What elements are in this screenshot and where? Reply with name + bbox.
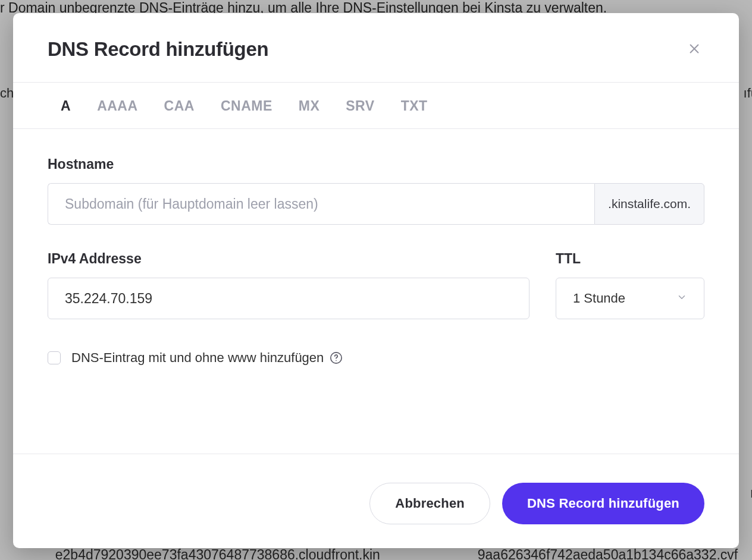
- close-button[interactable]: [684, 39, 704, 61]
- www-checkbox-label: DNS-Eintrag mit und ohne www hinzufügen: [71, 350, 343, 366]
- tab-txt[interactable]: TXT: [401, 98, 428, 114]
- www-checkbox[interactable]: [48, 351, 61, 364]
- hostname-input[interactable]: [48, 183, 594, 225]
- modal-body: Hostname .kinstalife.com. IPv4 Addresse …: [13, 129, 739, 454]
- hostname-group: .kinstalife.com.: [48, 183, 704, 225]
- svg-point-3: [336, 360, 337, 361]
- help-icon[interactable]: [330, 351, 343, 364]
- www-checkbox-text: DNS-Eintrag mit und ohne www hinzufügen: [71, 350, 324, 366]
- tab-cname[interactable]: CNAME: [221, 98, 272, 114]
- www-checkbox-row: DNS-Eintrag mit und ohne www hinzufügen: [48, 350, 704, 366]
- record-type-tabs: A AAAA CAA CNAME MX SRV TXT: [13, 83, 739, 129]
- ttl-label: TTL: [556, 251, 704, 267]
- hostname-label: Hostname: [48, 156, 704, 172]
- ipv4-input[interactable]: [48, 278, 529, 319]
- ttl-select[interactable]: 1 Stunde: [556, 278, 704, 319]
- tab-aaaa[interactable]: AAAA: [97, 98, 137, 114]
- chevron-down-icon: [676, 292, 687, 305]
- tab-caa[interactable]: CAA: [164, 98, 195, 114]
- modal-footer: Abbrechen DNS Record hinzufügen: [13, 454, 739, 548]
- tab-mx[interactable]: MX: [299, 98, 320, 114]
- submit-button[interactable]: DNS Record hinzufügen: [502, 483, 704, 524]
- modal-title: DNS Record hinzufügen: [48, 38, 268, 61]
- dns-record-modal: DNS Record hinzufügen A AAAA CAA CNAME M…: [13, 13, 739, 548]
- tab-srv[interactable]: SRV: [346, 98, 374, 114]
- hostname-suffix: .kinstalife.com.: [594, 183, 704, 225]
- modal-header: DNS Record hinzufügen: [13, 13, 739, 83]
- tab-a[interactable]: A: [61, 98, 71, 114]
- ipv4-label: IPv4 Addresse: [48, 251, 529, 267]
- ttl-value: 1 Stunde: [573, 291, 676, 306]
- cancel-button[interactable]: Abbrechen: [369, 483, 490, 524]
- close-icon: [688, 42, 701, 57]
